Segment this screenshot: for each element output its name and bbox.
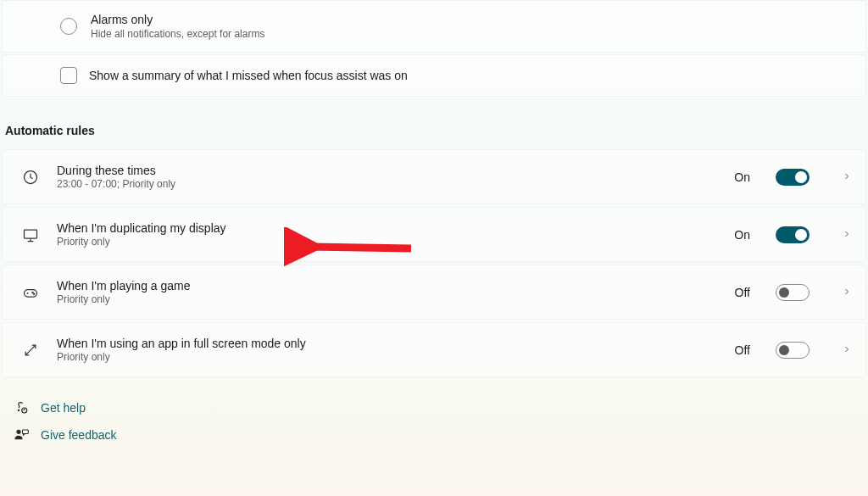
show-summary-label: Show a summary of what I missed when foc… (89, 69, 408, 82)
alarms-only-text-group: Alarms only Hide all notifications, exce… (91, 13, 264, 40)
give-feedback-label: Give feedback (41, 428, 117, 442)
fullscreen-icon (21, 341, 40, 359)
option-alarms-only-row[interactable]: Alarms only Hide all notifications, exce… (2, 0, 866, 53)
rule-subtitle: 23:00 - 07:00; Priority only (57, 178, 717, 190)
rule-title: When I'm using an app in full screen mod… (57, 337, 718, 350)
rule-subtitle: Priority only (57, 293, 718, 305)
chevron-right-icon (842, 170, 852, 184)
toggle-state-label: On (734, 228, 750, 242)
rule-text: When I'm using an app in full screen mod… (57, 337, 718, 363)
rule-title: When I'm playing a game (57, 279, 718, 293)
give-feedback-link[interactable]: Give feedback (14, 427, 866, 443)
rule-title: During these times (57, 164, 717, 177)
rule-subtitle: Priority only (57, 351, 718, 363)
rule-fullscreen-app[interactable]: When I'm using an app in full screen mod… (2, 322, 866, 377)
gamepad-icon (21, 283, 40, 302)
help-links-section: Get help Give feedback (2, 380, 866, 443)
alarms-only-description: Hide all notifications, except for alarm… (91, 28, 264, 40)
rule-playing-game[interactable]: When I'm playing a game Priority only Of… (2, 265, 866, 320)
rule-text: When I'm playing a game Priority only (57, 279, 718, 305)
chevron-right-icon (842, 286, 852, 299)
svg-rect-1 (25, 230, 37, 238)
svg-point-5 (18, 410, 19, 410)
chevron-right-icon (842, 343, 852, 357)
rule-title: When I'm duplicating my display (57, 221, 717, 235)
feedback-icon (14, 427, 29, 443)
rule-subtitle: Priority only (57, 236, 717, 248)
get-help-label: Get help (41, 401, 86, 415)
toggle-state-label: On (734, 170, 750, 184)
toggle-state-label: Off (735, 286, 750, 299)
rule-duplicating-display[interactable]: When I'm duplicating my display Priority… (2, 207, 866, 262)
chevron-right-icon (842, 228, 852, 242)
toggle-playing-game[interactable] (776, 284, 810, 301)
section-title-automatic-rules: Automatic rules (2, 98, 866, 149)
toggle-duplicating-display[interactable] (776, 226, 810, 243)
display-icon (21, 226, 40, 244)
option-show-summary-row[interactable]: Show a summary of what I missed when foc… (2, 54, 866, 97)
svg-point-3 (32, 292, 33, 293)
svg-point-7 (16, 430, 20, 434)
radio-alarms-only[interactable] (60, 18, 77, 35)
toggle-state-label: Off (735, 343, 750, 357)
rule-text: When I'm duplicating my display Priority… (57, 221, 717, 248)
svg-point-4 (34, 293, 35, 294)
toggle-fullscreen-app[interactable] (776, 342, 810, 359)
rule-text: During these times 23:00 - 07:00; Priori… (57, 164, 717, 190)
svg-rect-8 (23, 430, 29, 434)
help-icon (14, 400, 29, 415)
checkbox-show-summary[interactable] (60, 67, 77, 84)
rule-during-these-times[interactable]: During these times 23:00 - 07:00; Priori… (2, 149, 866, 204)
toggle-during-times[interactable] (776, 169, 810, 186)
get-help-link[interactable]: Get help (14, 400, 866, 415)
svg-point-6 (22, 408, 27, 413)
clock-icon (21, 168, 40, 187)
alarms-only-title: Alarms only (91, 13, 264, 26)
svg-rect-2 (25, 289, 37, 296)
